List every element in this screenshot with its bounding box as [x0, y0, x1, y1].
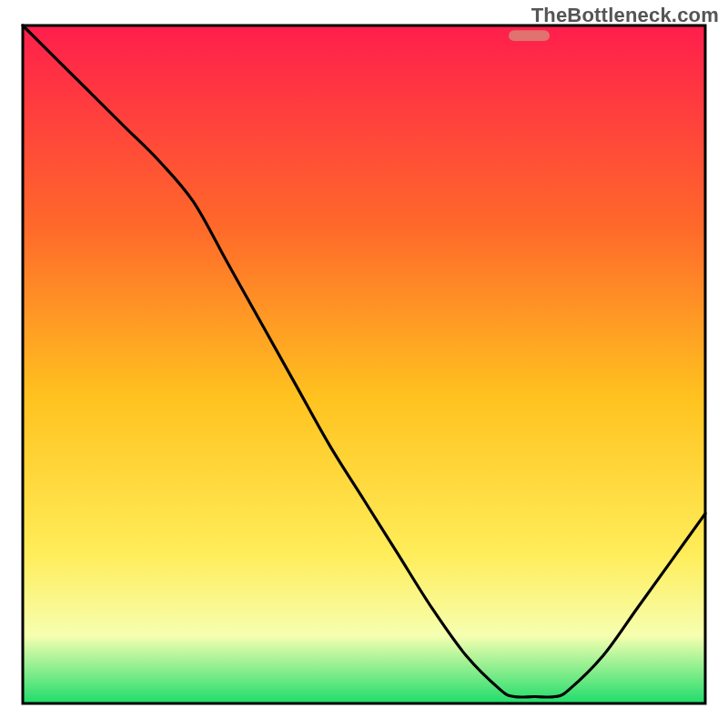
watermark-text: TheBottleneck.com [531, 4, 719, 27]
bottleneck-curve-chart [0, 0, 728, 728]
chart-frame: TheBottleneck.com [0, 0, 728, 728]
optimal-marker [509, 30, 550, 41]
